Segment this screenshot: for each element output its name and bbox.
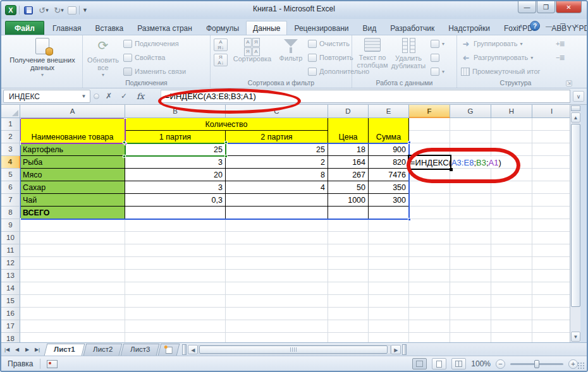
workbook-restore-icon[interactable]: ❐	[558, 23, 568, 30]
subtotal-button[interactable]: Промежуточный итог	[461, 66, 541, 77]
zoom-slider[interactable]	[510, 363, 563, 365]
insert-function-icon[interactable]: fx	[134, 90, 147, 102]
column-header-I[interactable]: I	[532, 105, 572, 118]
sort-ascending-icon[interactable]: АЯ↓	[214, 39, 228, 51]
cancel-icon[interactable]: ✗	[102, 90, 115, 102]
edit-cell-handle[interactable]	[450, 168, 453, 171]
scroll-left-icon[interactable]: ◀	[188, 345, 198, 354]
cell-D6[interactable]: 50	[328, 181, 369, 194]
tab-разметка-стран[interactable]: Разметка стран	[130, 21, 199, 35]
tab-вид[interactable]: Вид	[355, 21, 383, 35]
column-header-F[interactable]: F	[409, 105, 450, 118]
filter-button[interactable]: Фильтр	[276, 37, 305, 62]
sort-descending-icon[interactable]: ЯА↓	[214, 54, 228, 66]
last-sheet-icon[interactable]: ▶|	[33, 345, 42, 354]
cell-E6[interactable]: 350	[368, 181, 409, 194]
data-validation-button[interactable]: ▾	[431, 38, 444, 49]
sheet-tab-лист2[interactable]: Лист2	[83, 344, 122, 356]
column-header-G[interactable]: G	[450, 105, 491, 118]
normal-view-button[interactable]	[412, 358, 427, 369]
show-detail-button[interactable]: +≣	[556, 38, 565, 49]
zoom-slider-thumb[interactable]	[534, 360, 539, 368]
row-header-10[interactable]: 10	[1, 232, 20, 244]
reapply-button[interactable]: Повторить	[308, 52, 353, 63]
row-header-3[interactable]: 3	[1, 143, 20, 156]
tab-формулы[interactable]: Формулы	[199, 21, 246, 35]
tab-данные[interactable]: Данные	[246, 21, 287, 35]
text-to-columns-button[interactable]: Текст по столбцам	[355, 37, 390, 69]
cell-C8[interactable]	[225, 206, 328, 219]
cell-D8[interactable]	[328, 206, 369, 219]
cell-D1[interactable]: Цена	[328, 118, 369, 143]
tab-разработчик[interactable]: Разработчик	[383, 21, 441, 35]
name-box[interactable]: ИНДЕКС ▼	[3, 90, 90, 103]
horizontal-scrollbar[interactable]: ◀ ▶	[188, 344, 401, 355]
column-header-D[interactable]: D	[328, 105, 369, 118]
help-icon[interactable]: ?	[530, 21, 540, 31]
scroll-right-icon[interactable]: ▶	[391, 345, 401, 354]
page-layout-view-button[interactable]	[432, 358, 446, 369]
row-header-12[interactable]: 12	[1, 257, 20, 270]
next-sheet-icon[interactable]: ▶	[23, 345, 32, 354]
expand-formula-bar-icon[interactable]: ∨	[573, 91, 584, 102]
workbook-close-icon[interactable]: ✕	[572, 23, 582, 30]
tab-рецензировани[interactable]: Рецензировани	[287, 21, 355, 35]
column-header-A[interactable]: A	[20, 105, 125, 118]
cells-area[interactable]: Наименование товараКоличество1 партия2 п…	[20, 118, 572, 342]
insert-sheet-tab[interactable]	[158, 344, 180, 356]
tab-scrollbar-splitter[interactable]	[182, 344, 187, 355]
remove-duplicates-button[interactable]: Удалить дубликаты	[390, 37, 427, 69]
cell-B6[interactable]: 3	[125, 181, 226, 194]
cell-A7[interactable]: Чай	[20, 193, 125, 207]
zoom-in-icon[interactable]: +	[568, 359, 578, 369]
cell-D3[interactable]: 18	[328, 143, 369, 156]
cell-B3[interactable]: 25	[125, 143, 226, 156]
edit-links-button[interactable]: Изменить связи	[123, 66, 186, 77]
split-box[interactable]	[571, 105, 580, 111]
prev-sheet-icon[interactable]: ◀	[13, 345, 21, 354]
cell-C7[interactable]	[225, 193, 328, 207]
range-handle[interactable]	[224, 155, 228, 158]
cell-B5[interactable]: 20	[125, 168, 226, 181]
get-external-data-button[interactable]: Получение внешних данных ▾	[6, 37, 78, 79]
collapse-ribbon-icon[interactable]: ∧	[516, 23, 526, 30]
row-header-1[interactable]: 1	[1, 118, 20, 131]
scrollbar-end-splitter[interactable]	[402, 344, 407, 355]
ungroup-button[interactable]: ➜ Разгруппировать▾	[461, 52, 533, 63]
cell-B1[interactable]: Количество	[125, 118, 328, 131]
refresh-all-button[interactable]: ⟳ Обновить все ▾	[87, 37, 119, 79]
properties-button[interactable]: Свойства	[123, 52, 165, 63]
vertical-scrollbar[interactable]: ▲ ▼	[570, 105, 580, 342]
row-header-13[interactable]: 13	[1, 270, 20, 282]
row-header-8[interactable]: 8	[1, 207, 20, 219]
column-header-C[interactable]: C	[226, 105, 328, 118]
select-all-corner[interactable]	[1, 105, 20, 118]
macro-record-icon[interactable]	[47, 360, 58, 368]
cell-B4[interactable]: 3	[125, 155, 226, 169]
column-header-E[interactable]: E	[369, 105, 409, 118]
range-handle[interactable]	[408, 141, 411, 144]
cell-A3[interactable]: Картофель	[20, 143, 125, 156]
range-handle[interactable]	[20, 118, 21, 119]
cell-edit-formula-F4[interactable]: =ИНДЕКС(A3:E8;B3;A1)	[410, 157, 501, 168]
row-header-5[interactable]: 5	[1, 169, 20, 181]
cell-C3[interactable]: 25	[225, 143, 328, 156]
cell-D7[interactable]: 1000	[328, 193, 369, 207]
cell-C5[interactable]: 8	[225, 168, 328, 181]
connections-button[interactable]: Подключения	[123, 38, 179, 49]
cell-B2[interactable]: 1 партия	[125, 130, 226, 143]
cell-D5[interactable]: 267	[328, 168, 369, 181]
cell-C2[interactable]: 2 партия	[225, 130, 328, 143]
cell-C4[interactable]: 2	[225, 155, 328, 169]
page-break-view-button[interactable]	[451, 358, 466, 369]
minimize-button[interactable]: —	[518, 1, 536, 13]
horizontal-scroll-track[interactable]	[198, 345, 391, 354]
sort-button[interactable]: АЯЯА Сортировка	[230, 37, 275, 63]
row-header-14[interactable]: 14	[1, 282, 20, 295]
cell-D4[interactable]: 164	[328, 155, 369, 169]
row-header-15[interactable]: 15	[1, 295, 20, 308]
row-header-7[interactable]: 7	[1, 194, 20, 207]
cell-A6[interactable]: Сахар	[20, 181, 125, 194]
tab-файл[interactable]: Файл	[5, 21, 44, 35]
cell-E7[interactable]: 300	[368, 193, 409, 207]
